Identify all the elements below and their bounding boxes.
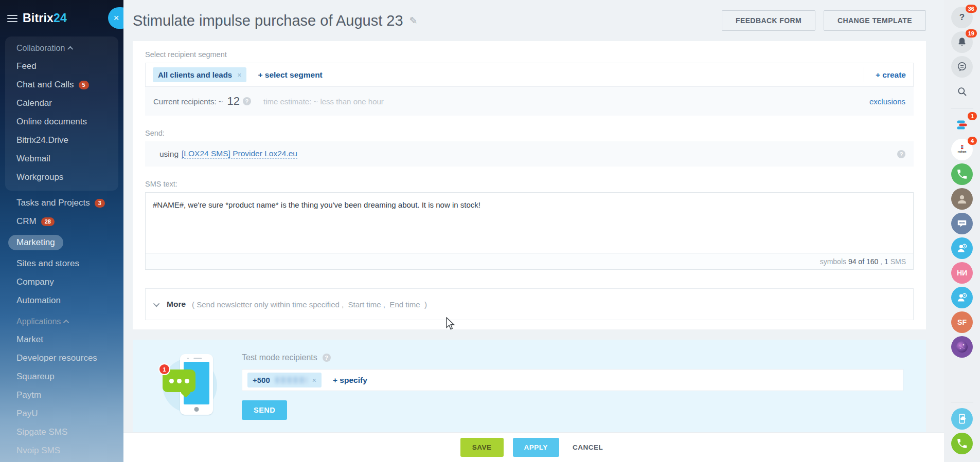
create-segment-link[interactable]: + create bbox=[876, 70, 906, 80]
exclusions-link[interactable]: exclusions bbox=[869, 97, 905, 106]
test-mode-label: Test mode recipients bbox=[242, 353, 317, 362]
sidebar-item-label: Webmail bbox=[16, 154, 50, 164]
remove-segment-icon[interactable]: × bbox=[237, 71, 241, 79]
counter-badge: 4 bbox=[968, 137, 977, 145]
person-clock-contact-2-person-clock-icon[interactable] bbox=[951, 287, 973, 308]
select-segment-link[interactable]: + select segment bbox=[258, 70, 322, 80]
test-recipients-input[interactable]: +500 × + specify bbox=[242, 369, 903, 391]
using-prefix: using bbox=[159, 150, 179, 159]
chevron-up-icon bbox=[63, 320, 69, 325]
contact-photo-avatar-person-photo-icon[interactable] bbox=[951, 188, 973, 210]
sidebar-section-header-collaboration[interactable]: Collaboration bbox=[5, 39, 118, 57]
glyph: ? bbox=[959, 12, 965, 23]
sidebar-item-carte-bancaire[interactable]: Carte Bancaire bbox=[5, 460, 118, 462]
sidebar-item-webmail[interactable]: Webmail bbox=[5, 150, 118, 168]
avatar-galaxy-galaxy-icon[interactable] bbox=[951, 336, 973, 358]
search-search-icon[interactable] bbox=[951, 81, 973, 102]
test-recipient-tag[interactable]: +500 × bbox=[247, 373, 322, 387]
counter-unit: SMS bbox=[888, 257, 906, 266]
sidebar-close-button[interactable]: × bbox=[108, 7, 123, 29]
app-stack-bars-icon[interactable]: 1 bbox=[951, 114, 973, 136]
action-bar: SAVE APPLY CANCEL bbox=[123, 433, 944, 462]
left-sidebar: Bitrix24 × CollaborationFeedChat and Cal… bbox=[0, 0, 123, 462]
sidebar-item-squareup[interactable]: Squareup bbox=[5, 367, 118, 386]
sidebar-item-tasks-and-projects[interactable]: Tasks and Projects3 bbox=[5, 194, 118, 212]
sidebar-item-market[interactable]: Market bbox=[5, 330, 118, 349]
segment-selector: All clients and leads × + select segment… bbox=[145, 63, 914, 87]
change-template-button[interactable]: CHANGE TEMPLATE bbox=[824, 10, 926, 31]
counter-badge: 5 bbox=[79, 81, 89, 89]
messenger-chat-icon[interactable] bbox=[951, 56, 973, 78]
logo-accent: 24 bbox=[54, 11, 67, 25]
sidebar-section-header-applications[interactable]: Applications bbox=[5, 312, 118, 330]
sidebar-item-chat-and-calls[interactable]: Chat and Calls5 bbox=[5, 76, 118, 94]
person-clock-contact-1-person-clock-icon[interactable] bbox=[951, 237, 973, 259]
campaign-card: Select recipient segment All clients and… bbox=[133, 41, 926, 329]
more-section[interactable]: More ( Send newsletter only within time … bbox=[145, 288, 914, 320]
sidebar-item-bitrix24-drive[interactable]: Bitrix24.Drive bbox=[5, 131, 118, 150]
masked-phone-digits bbox=[275, 377, 307, 383]
sidebar-item-developer-resources[interactable]: Developer resources bbox=[5, 349, 118, 367]
cancel-button[interactable]: CANCEL bbox=[568, 438, 607, 457]
send-test-button[interactable]: SEND bbox=[242, 400, 287, 420]
sidebar-item-label: Bitrix24.Drive bbox=[16, 135, 68, 145]
test-mode-panel: 1 Test mode recipients ? +500 × + specif… bbox=[133, 340, 926, 434]
sidebar-item-payu[interactable]: PayU bbox=[5, 404, 118, 423]
sidebar-item-company[interactable]: Company bbox=[5, 273, 118, 291]
counter-badge: 19 bbox=[966, 29, 977, 38]
test-mode-help-icon[interactable]: ? bbox=[323, 354, 331, 362]
sms-provider-link[interactable]: [LOX24 SMS] Provider Lox24.eu bbox=[182, 149, 297, 159]
sidebar-item-label: Nvoip SMS bbox=[16, 446, 60, 456]
sidebar-item-sites-and-stores[interactable]: Sites and stores bbox=[5, 254, 118, 273]
mobile-app-device-icon[interactable] bbox=[951, 408, 973, 430]
edit-title-icon[interactable]: ✎ bbox=[409, 15, 418, 27]
counter-badge: 28 bbox=[41, 217, 55, 226]
sidebar-item-label: CRM bbox=[16, 216, 37, 227]
recipients-help-icon[interactable]: ? bbox=[243, 97, 251, 105]
provider-help-icon[interactable]: ? bbox=[897, 150, 905, 158]
segment-tag[interactable]: All clients and leads × bbox=[153, 67, 246, 82]
sidebar-item-calendar[interactable]: Calendar bbox=[5, 94, 118, 113]
sidebar-item-label: Marketing bbox=[16, 237, 55, 248]
avatar-sf-icon[interactable]: SF bbox=[951, 311, 973, 333]
telephony-phone-icon[interactable] bbox=[951, 433, 973, 454]
divider bbox=[951, 108, 973, 108]
sidebar-item-feed[interactable]: Feed bbox=[5, 57, 118, 76]
sidebar-section: CollaborationFeedChat and Calls5Calendar… bbox=[5, 36, 118, 191]
feedback-form-button[interactable]: FEEDBACK FORM bbox=[722, 10, 815, 31]
counter-sms-count: 1 bbox=[884, 257, 888, 266]
avatar-ni-icon[interactable]: НИ bbox=[951, 262, 973, 284]
chevron-down-icon[interactable] bbox=[153, 300, 160, 307]
group-chat-people-icon[interactable] bbox=[951, 213, 973, 234]
notifications-bell-icon[interactable]: 19 bbox=[951, 31, 973, 53]
sms-text-input[interactable]: #NAME#, we're sure *product name* is the… bbox=[146, 193, 913, 253]
sidebar-item-sipgate-sms[interactable]: Sipgate SMS bbox=[5, 423, 118, 441]
remove-recipient-icon[interactable]: × bbox=[312, 376, 316, 384]
sidebar-item-nvoip-sms[interactable]: Nvoip SMS bbox=[5, 441, 118, 460]
divider bbox=[864, 67, 864, 82]
apply-button[interactable]: APPLY bbox=[513, 438, 559, 457]
sidebar-item-online-documents[interactable]: Online documents bbox=[5, 113, 118, 131]
divider bbox=[951, 402, 973, 402]
send-label: Send: bbox=[145, 129, 914, 137]
sidebar-item-label: PayU bbox=[16, 409, 38, 419]
counter-badge: 3 bbox=[95, 199, 105, 208]
title-row: Stimulate impulse purchase of August 23 … bbox=[123, 0, 944, 41]
phone-illustration: 1 bbox=[158, 353, 219, 418]
whatsapp-phone-icon[interactable] bbox=[951, 163, 973, 185]
app-redham-redham-icon[interactable]: redham4 bbox=[951, 139, 973, 160]
sidebar-menu: CollaborationFeedChat and Calls5Calendar… bbox=[0, 34, 123, 462]
hamburger-icon[interactable] bbox=[7, 15, 17, 22]
sidebar-item-automation[interactable]: Automation bbox=[5, 291, 118, 310]
specify-recipient-link[interactable]: + specify bbox=[333, 376, 367, 385]
help-icon[interactable]: ?36 bbox=[951, 7, 973, 28]
sidebar-item-crm[interactable]: CRM28 bbox=[5, 212, 118, 231]
sidebar-item-workgroups[interactable]: Workgroups bbox=[5, 168, 118, 187]
sidebar-header: Bitrix24 × bbox=[0, 0, 123, 34]
save-button[interactable]: SAVE bbox=[460, 438, 504, 457]
sidebar-item-paytm[interactable]: Paytm bbox=[5, 386, 118, 404]
more-label[interactable]: More bbox=[167, 300, 186, 309]
sidebar-item-label: Automation bbox=[16, 295, 61, 306]
sms-textarea-box: #NAME#, we're sure *product name* is the… bbox=[145, 192, 914, 270]
sidebar-item-marketing[interactable]: Marketing bbox=[5, 231, 118, 254]
